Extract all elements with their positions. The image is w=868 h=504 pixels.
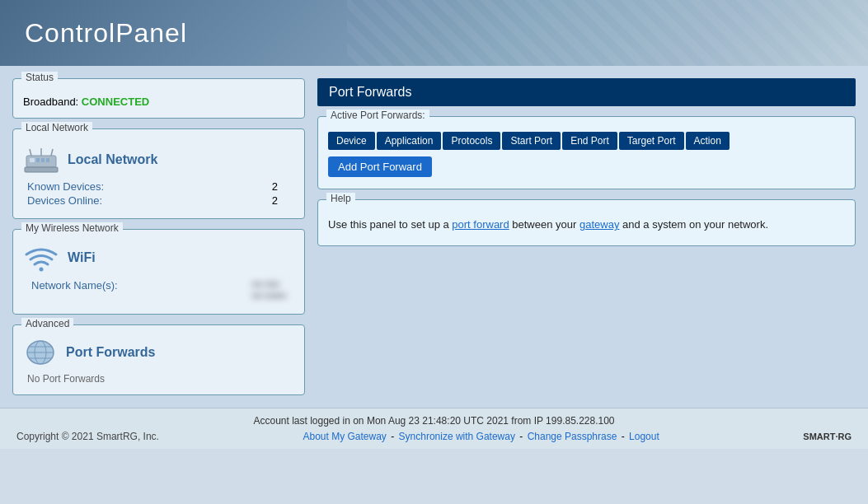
col-start-port: Start Port bbox=[502, 132, 561, 150]
svg-rect-2 bbox=[36, 158, 40, 162]
footer-copyright: Copyright © 2021 SmartRG, Inc. bbox=[16, 431, 159, 442]
add-port-forward-button[interactable]: Add Port Forward bbox=[328, 156, 432, 177]
known-devices-row: Known Devices: 2 bbox=[23, 180, 294, 193]
local-network-title: Local Network bbox=[68, 152, 157, 167]
local-network-title-row: Local Network bbox=[23, 146, 294, 174]
port-forwards-sidebar-title: Port Forwards bbox=[66, 345, 155, 360]
status-content: Broadband: CONNECTED bbox=[23, 96, 294, 108]
port-forwards-title-row[interactable]: Port Forwards bbox=[23, 338, 294, 366]
main-content: Status Broadband: CONNECTED Local Networ… bbox=[0, 66, 868, 408]
known-devices-label: Known Devices: bbox=[27, 180, 104, 193]
help-panel: Help Use this panel to set up a port for… bbox=[317, 199, 856, 246]
svg-line-5 bbox=[30, 149, 31, 156]
wireless-legend: My Wireless Network bbox=[21, 222, 123, 234]
router-icon bbox=[23, 146, 59, 174]
wireless-content: WiFi Network Name(s): ••• •••• ••• •••••… bbox=[23, 243, 294, 302]
local-network-panel: Local Network Local Netw bbox=[12, 128, 305, 219]
col-device: Device bbox=[328, 132, 375, 150]
wifi-title-row: WiFi bbox=[23, 243, 294, 273]
wireless-panel: My Wireless Network WiFi Network Name(s)… bbox=[12, 229, 305, 315]
footer-links: About My Gateway - Synchronize with Gate… bbox=[301, 431, 660, 442]
broadband-label: Broadband: bbox=[23, 96, 78, 108]
active-pf-legend: Active Port Forwards: bbox=[326, 110, 429, 121]
network-names: Network Name(s): ••• •••• ••• •••••• bbox=[23, 279, 294, 302]
footer-account-info: Account last logged in on Mon Aug 23 21:… bbox=[16, 415, 852, 427]
help-text-mid: between your bbox=[509, 218, 579, 231]
network-stats: Known Devices: 2 Devices Online: 2 bbox=[23, 180, 294, 207]
devices-online-row: Devices Online: 2 bbox=[23, 194, 294, 207]
devices-online-value: 2 bbox=[272, 194, 278, 207]
known-devices-value: 2 bbox=[272, 180, 278, 193]
logout-link[interactable]: Logout bbox=[629, 431, 659, 442]
footer-sep3: - bbox=[622, 431, 627, 442]
footer-sep2: - bbox=[519, 431, 525, 442]
help-text-before: Use this panel to set up a bbox=[328, 218, 452, 231]
status-legend: Status bbox=[21, 72, 58, 83]
help-legend: Help bbox=[326, 193, 355, 204]
broadband-value: CONNECTED bbox=[82, 96, 149, 108]
advanced-panel: Advanced Port Forwards No Port Forwards bbox=[12, 324, 305, 395]
col-application: Application bbox=[377, 132, 442, 150]
advanced-legend: Advanced bbox=[21, 318, 73, 329]
app-title: ControlPanel bbox=[25, 18, 187, 49]
svg-point-9 bbox=[40, 268, 44, 272]
footer-sep1: - bbox=[391, 431, 396, 442]
active-pf-panel: Active Port Forwards: Device Application… bbox=[317, 116, 856, 189]
right-panel: Port Forwards Active Port Forwards: Devi… bbox=[317, 78, 856, 395]
svg-rect-8 bbox=[25, 167, 58, 172]
status-panel: Status Broadband: CONNECTED bbox=[12, 78, 305, 119]
ssid1: ••• •••• bbox=[252, 279, 286, 291]
network-names-label: Network Name(s): bbox=[31, 279, 118, 302]
footer-bottom: Copyright © 2021 SmartRG, Inc. About My … bbox=[16, 431, 852, 442]
about-gateway-link[interactable]: About My Gateway bbox=[303, 431, 386, 442]
svg-rect-1 bbox=[30, 158, 35, 162]
title-bold: Control bbox=[25, 18, 115, 48]
svg-rect-4 bbox=[46, 158, 49, 162]
change-passphrase-link[interactable]: Change Passphrase bbox=[528, 431, 617, 442]
title-light: Panel bbox=[115, 18, 187, 48]
footer-brand: SMART·RG bbox=[803, 432, 852, 441]
ssid2: ••• •••••• bbox=[252, 291, 286, 302]
help-text-end: and a system on your network. bbox=[619, 218, 768, 231]
advanced-content: Port Forwards No Port Forwards bbox=[23, 338, 294, 385]
wifi-title: WiFi bbox=[68, 250, 96, 265]
app-header: ControlPanel bbox=[0, 0, 868, 66]
network-names-row: Network Name(s): ••• •••• ••• •••••• bbox=[27, 279, 294, 302]
port-forward-link[interactable]: port forward bbox=[452, 218, 509, 231]
active-pf-content: Device Application Protocols Start Port … bbox=[328, 132, 845, 177]
local-network-legend: Local Network bbox=[21, 122, 92, 133]
col-end-port: End Port bbox=[562, 132, 617, 150]
port-forwards-subtitle: No Port Forwards bbox=[23, 373, 294, 385]
svg-rect-3 bbox=[41, 158, 45, 162]
port-forwards-header: Port Forwards bbox=[317, 78, 856, 106]
sync-gateway-link[interactable]: Synchronize with Gateway bbox=[399, 431, 515, 442]
network-names-values: ••• •••• ••• •••••• bbox=[252, 279, 286, 302]
col-target-port: Target Port bbox=[619, 132, 684, 150]
footer: Account last logged in on Mon Aug 23 21:… bbox=[0, 408, 868, 449]
help-text: Use this panel to set up a port forward … bbox=[328, 217, 845, 234]
gateway-link[interactable]: gateway bbox=[579, 218, 619, 231]
pf-table-header: Device Application Protocols Start Port … bbox=[328, 132, 845, 150]
svg-line-7 bbox=[51, 149, 53, 156]
col-protocols: Protocols bbox=[443, 132, 500, 150]
port-forwards-icon bbox=[23, 338, 58, 366]
local-network-content: Local Network Known Devices: 2 Devices O… bbox=[23, 146, 294, 207]
col-action: Action bbox=[686, 132, 730, 150]
wifi-icon bbox=[23, 243, 59, 273]
devices-online-label: Devices Online: bbox=[27, 194, 102, 207]
left-panel: Status Broadband: CONNECTED Local Networ… bbox=[12, 78, 305, 395]
